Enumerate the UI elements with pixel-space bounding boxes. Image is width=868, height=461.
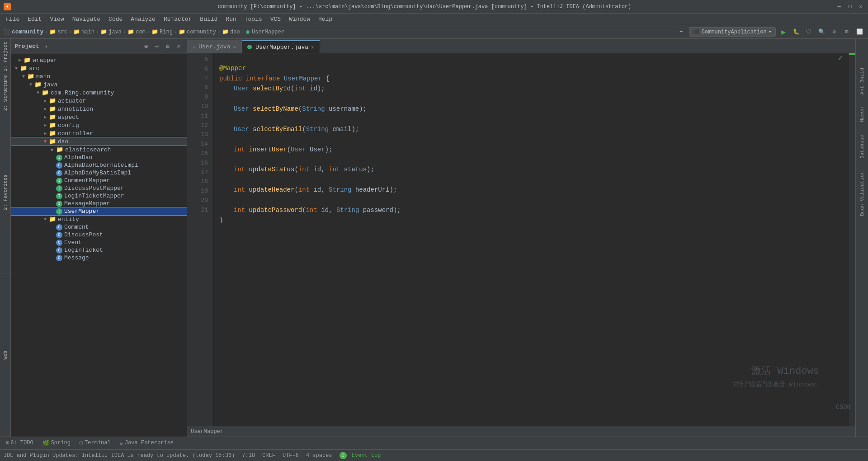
tree-item-com-ring-community[interactable]: ▼ 📁 com.Ring.community bbox=[11, 89, 187, 97]
tab-user-java-label: User.java bbox=[198, 43, 230, 50]
window-controls[interactable]: ─ □ ✕ bbox=[835, 3, 864, 10]
tree-item-wrapper[interactable]: ▶ 📁 wrapper bbox=[11, 56, 187, 64]
tree-item-elasticsearch[interactable]: ▶ 📁 elasticsearch bbox=[11, 146, 187, 154]
layout-button[interactable]: ⊞ bbox=[842, 27, 852, 37]
run-button[interactable]: ▶ bbox=[778, 27, 788, 37]
nav-item-java[interactable]: 📁 java bbox=[100, 28, 122, 35]
tab-user-java[interactable]: ☕ User.java ✕ bbox=[187, 40, 242, 53]
minimize-button[interactable]: ─ bbox=[835, 3, 843, 10]
menu-code[interactable]: Code bbox=[105, 15, 126, 24]
tree-item-config[interactable]: ▶ 📁 config bbox=[11, 121, 187, 129]
tree-item-message[interactable]: ▶ C Message bbox=[11, 254, 187, 262]
nav-item-com[interactable]: 📁 com bbox=[127, 28, 146, 35]
run-config-selector[interactable]: ⬛ CommunityApplication ▾ bbox=[689, 27, 776, 37]
restore-button[interactable]: □ bbox=[846, 3, 854, 10]
tab-usermapper-close-button[interactable]: ✕ bbox=[311, 44, 314, 50]
editor-panel: ☕ User.java ✕ UserMapper.java ✕ ✓ 5 6 7 … bbox=[187, 39, 855, 437]
spring-tab[interactable]: 🌿 Spring bbox=[41, 439, 72, 447]
todo-tab[interactable]: ≡ 6: TODO bbox=[4, 439, 35, 447]
close-button[interactable]: ✕ bbox=[857, 3, 864, 10]
sidebar-gear-button[interactable]: ⚙ bbox=[163, 42, 172, 51]
ant-build-button[interactable]: Ant Build bbox=[859, 66, 866, 96]
editor-filename: UserMapper bbox=[191, 428, 223, 435]
coverage-button[interactable]: 🛡 bbox=[804, 27, 814, 37]
menu-run[interactable]: Run bbox=[222, 15, 240, 24]
menu-help[interactable]: Help bbox=[315, 15, 336, 24]
tree-item-actuator[interactable]: ▶ 📁 actuator bbox=[11, 97, 187, 105]
web-tool-button[interactable]: Web bbox=[0, 274, 10, 437]
tab-usermapper-java[interactable]: UserMapper.java ✕ bbox=[242, 40, 320, 53]
tree-item-loginticket[interactable]: ▶ C LoginTicket bbox=[11, 246, 187, 254]
tree-item-alphadao[interactable]: ▶ I AlphaDao bbox=[11, 154, 187, 161]
nav-item-dao[interactable]: 📁 dao bbox=[222, 28, 240, 35]
bean-validation-button[interactable]: Bean Validation bbox=[859, 169, 866, 218]
tree-item-main[interactable]: ▼ 📁 main bbox=[11, 72, 187, 80]
settings-button[interactable]: ⚙ bbox=[829, 27, 839, 37]
database-button[interactable]: Database bbox=[859, 133, 866, 160]
nav-item-community2[interactable]: 📁 community bbox=[179, 28, 216, 35]
terminal-tab[interactable]: ⊡ Terminal bbox=[78, 439, 113, 447]
tree-item-controller[interactable]: ▶ 📁 controller bbox=[11, 129, 187, 137]
project-tree: ▶ 📁 wrapper ▼ 📁 src ▼ 📁 main ▼ 📁 java bbox=[11, 54, 187, 437]
code-line-8: User selectById ( int id ); bbox=[219, 84, 849, 94]
menu-edit[interactable]: Edit bbox=[24, 15, 45, 24]
project-tool-button[interactable]: 1: Project bbox=[0, 39, 10, 75]
tree-item-aspect[interactable]: ▶ 📁 aspect bbox=[11, 113, 187, 121]
maven-button[interactable]: Maven bbox=[859, 105, 866, 124]
encoding[interactable]: UTF-8 bbox=[283, 452, 299, 459]
menu-tools[interactable]: Tools bbox=[241, 15, 266, 24]
windows-activate-watermark: 激活 Windows 转到"设置"以激活 Windows. bbox=[733, 363, 819, 390]
event-log-button[interactable]: 1 Event Log bbox=[340, 452, 381, 459]
sidebar-actions: ⊕ ⇔ ⚙ × bbox=[142, 42, 183, 51]
tree-item-comment[interactable]: ▶ C Comment bbox=[11, 223, 187, 231]
tree-item-src[interactable]: ▼ 📁 src bbox=[11, 64, 187, 72]
nav-item-src[interactable]: 📁 src bbox=[49, 28, 67, 35]
nav-back-button[interactable]: ⬅ bbox=[676, 27, 686, 37]
menu-vcs[interactable]: VCS bbox=[267, 15, 284, 24]
tree-item-alphadao-mybatis[interactable]: ▶ C AlphaDaoMyBatisImpl bbox=[11, 169, 187, 177]
nav-item-community[interactable]: ⬛ community bbox=[4, 28, 43, 35]
tree-item-alphadao-hibernate[interactable]: ▶ C AlphaDaoHibernateImpl bbox=[11, 161, 187, 169]
tree-item-annotation[interactable]: ▶ 📁 annotation bbox=[11, 105, 187, 113]
indent-status[interactable]: 4 spaces bbox=[306, 452, 332, 459]
cursor-position[interactable]: 7:18 bbox=[242, 452, 255, 459]
gutter-mark-green bbox=[849, 53, 855, 55]
tab-user-close-button[interactable]: ✕ bbox=[233, 44, 236, 50]
tree-item-discusspost[interactable]: ▶ C DiscussPost bbox=[11, 231, 187, 239]
tree-item-dao[interactable]: ▼ 📁 dao bbox=[11, 137, 187, 146]
menu-refactor[interactable]: Refactor bbox=[160, 15, 195, 24]
tree-item-event[interactable]: ▶ C Event bbox=[11, 239, 187, 246]
menu-build[interactable]: Build bbox=[196, 15, 221, 24]
menu-file[interactable]: File bbox=[2, 15, 23, 24]
code-editor[interactable]: @Mapper public interface UserMapper { Us… bbox=[212, 53, 849, 426]
menu-navigate[interactable]: Navigate bbox=[69, 15, 104, 24]
tree-item-commentmapper[interactable]: ▶ I CommentMapper bbox=[11, 177, 187, 184]
java-enterprise-label: Java Enterprise bbox=[125, 440, 174, 446]
nav-item-ring[interactable]: 📁 Ring bbox=[151, 28, 173, 35]
structure-tool-button[interactable]: 2: Structure bbox=[0, 75, 10, 111]
debug-button[interactable]: 🐛 bbox=[791, 27, 801, 37]
tree-item-entity[interactable]: ▼ 📁 entity bbox=[11, 215, 187, 223]
menu-bar: File Edit View Navigate Code Analyze Ref… bbox=[0, 14, 868, 25]
sidebar-scope-button[interactable]: ⊕ bbox=[142, 42, 151, 51]
menu-view[interactable]: View bbox=[46, 15, 67, 24]
menu-analyze[interactable]: Analyze bbox=[127, 15, 159, 24]
nav-item-main[interactable]: 📁 main bbox=[73, 28, 94, 35]
sidebar-close-button[interactable]: × bbox=[174, 42, 183, 51]
terminal-label: Terminal bbox=[85, 440, 111, 446]
expand-button[interactable]: ⬜ bbox=[854, 27, 864, 37]
todo-icon: ≡ bbox=[5, 440, 9, 446]
favorites-tool-button[interactable]: 2: Favorites bbox=[0, 111, 10, 274]
line-numbers: 5 6 7 8 9 10 11 12 13 14 15 16 17 18 19 … bbox=[187, 53, 212, 426]
search-button[interactable]: 🔍 bbox=[816, 27, 826, 37]
tree-item-discusspostmapper[interactable]: ▶ I DiscussPostMapper bbox=[11, 184, 187, 192]
tree-item-loginticketmapper[interactable]: ▶ I LoginTicketMapper bbox=[11, 192, 187, 200]
tree-item-messagemapper[interactable]: ▶ I MessageMapper bbox=[11, 200, 187, 207]
tree-item-java[interactable]: ▼ 📁 java bbox=[11, 80, 187, 89]
line-ending[interactable]: CRLF bbox=[262, 452, 275, 459]
nav-item-usermapper[interactable]: UserMapper bbox=[246, 29, 284, 35]
sidebar-collapse-button[interactable]: ⇔ bbox=[152, 42, 161, 51]
java-enterprise-tab[interactable]: ☕ Java Enterprise bbox=[118, 439, 175, 447]
tree-item-usermapper[interactable]: ▶ I UserMapper bbox=[11, 207, 187, 215]
menu-window[interactable]: Window bbox=[285, 15, 314, 24]
